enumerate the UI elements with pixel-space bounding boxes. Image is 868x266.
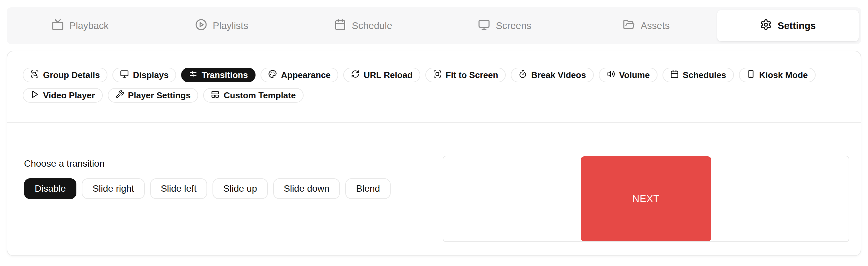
nav-item-assets[interactable]: Assets xyxy=(576,10,717,41)
monitor-icon xyxy=(120,70,129,81)
tab-video-player[interactable]: Video Player xyxy=(23,88,103,103)
tab-label: Transitions xyxy=(202,70,248,80)
transition-chooser: Choose a transition Disable Slide right … xyxy=(24,156,391,199)
tab-label: Player Settings xyxy=(128,90,191,101)
transitions-content: Choose a transition Disable Slide right … xyxy=(7,123,861,242)
nav-item-screens[interactable]: Screens xyxy=(434,10,576,41)
nav-item-settings[interactable]: Settings xyxy=(717,10,859,41)
settings-section-nav: Group Details Displays Transitions Appea… xyxy=(7,51,861,103)
tab-label: Fit to Screen xyxy=(446,70,498,80)
tab-volume[interactable]: Volume xyxy=(599,68,657,82)
tab-label: Displays xyxy=(133,70,168,80)
tab-label: Custom Template xyxy=(223,90,296,101)
tab-fit-to-screen[interactable]: Fit to Screen xyxy=(425,68,506,82)
nav-label-settings: Settings xyxy=(778,20,816,31)
tab-transitions[interactable]: Transitions xyxy=(181,68,255,82)
tv-icon xyxy=(52,19,64,33)
tab-label: URL Reload xyxy=(364,70,413,80)
app-root: Playback Playlists Schedule Screens Asse… xyxy=(0,0,868,266)
tab-label: Appearance xyxy=(281,70,331,80)
monitor-icon xyxy=(478,19,490,33)
tab-label: Video Player xyxy=(43,90,95,101)
tab-player-settings[interactable]: Player Settings xyxy=(108,88,198,103)
calendar-icon xyxy=(670,70,679,81)
preview-next-slide: NEXT xyxy=(581,156,711,241)
transition-option-slide-up[interactable]: Slide up xyxy=(213,178,268,199)
layout-icon xyxy=(211,90,219,101)
tab-url-reload[interactable]: URL Reload xyxy=(343,68,420,82)
tab-label: Break Videos xyxy=(531,70,586,80)
tab-kiosk-mode[interactable]: Kiosk Mode xyxy=(739,68,816,82)
next-slide-label: NEXT xyxy=(632,193,659,204)
nav-item-schedule[interactable]: Schedule xyxy=(292,10,434,41)
transition-option-disable[interactable]: Disable xyxy=(24,178,76,199)
calendar-icon xyxy=(334,19,346,33)
smartphone-icon xyxy=(747,70,755,81)
sliders-icon xyxy=(189,70,197,81)
transition-option-slide-left[interactable]: Slide left xyxy=(150,178,207,199)
tab-label: Group Details xyxy=(43,70,100,80)
refresh-icon xyxy=(351,70,360,81)
nav-item-playback[interactable]: Playback xyxy=(9,10,151,41)
nav-label-playlists: Playlists xyxy=(213,20,248,31)
fit-screen-icon xyxy=(433,70,442,81)
nav-label-playback: Playback xyxy=(69,20,109,31)
folder-open-icon xyxy=(623,19,635,33)
transition-option-slide-down[interactable]: Slide down xyxy=(273,178,340,199)
choose-transition-heading: Choose a transition xyxy=(24,158,391,169)
transition-option-slide-right[interactable]: Slide right xyxy=(82,178,145,199)
volume-icon xyxy=(607,70,615,81)
tab-displays[interactable]: Displays xyxy=(113,68,176,82)
nav-item-playlists[interactable]: Playlists xyxy=(151,10,292,41)
transition-option-blend[interactable]: Blend xyxy=(345,178,391,199)
play-icon xyxy=(30,90,39,101)
nav-label-schedule: Schedule xyxy=(352,20,392,31)
nav-label-assets: Assets xyxy=(641,20,670,31)
tab-label: Volume xyxy=(619,70,650,80)
tab-break-videos[interactable]: Break Videos xyxy=(511,68,593,82)
tab-schedules[interactable]: Schedules xyxy=(662,68,734,82)
tab-appearance[interactable]: Appearance xyxy=(260,68,338,82)
wrench-icon xyxy=(116,90,124,101)
tab-label: Kiosk Mode xyxy=(759,70,808,80)
play-circle-icon xyxy=(195,19,207,33)
tab-custom-template[interactable]: Custom Template xyxy=(203,88,303,103)
settings-card: Group Details Displays Transitions Appea… xyxy=(7,51,861,256)
top-nav: Playback Playlists Schedule Screens Asse… xyxy=(7,7,861,44)
transition-options: Disable Slide right Slide left Slide up … xyxy=(24,178,391,199)
tab-label: Schedules xyxy=(683,70,726,80)
tab-group-details[interactable]: Group Details xyxy=(23,68,107,82)
transition-preview-panel: NEXT xyxy=(443,156,849,242)
group-icon xyxy=(30,70,39,81)
palette-icon xyxy=(268,70,277,81)
gear-icon xyxy=(760,19,772,33)
nav-label-screens: Screens xyxy=(496,20,531,31)
timer-icon xyxy=(518,70,527,81)
